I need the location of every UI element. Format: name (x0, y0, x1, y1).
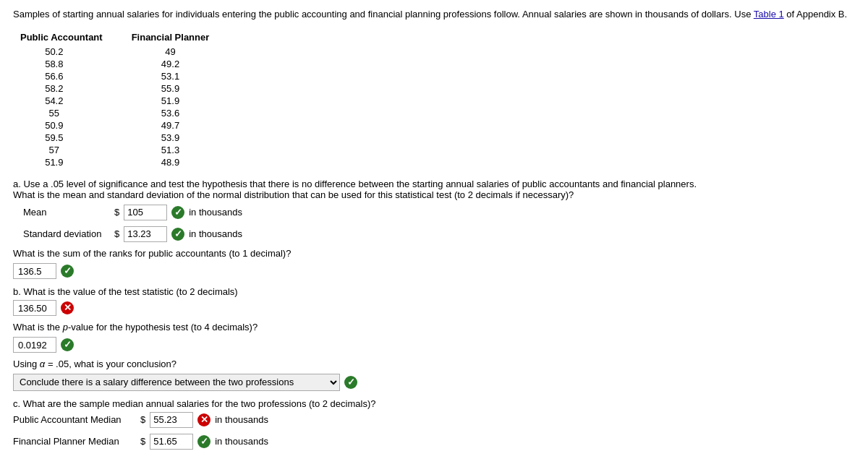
sd-dollar: $ (114, 228, 119, 239)
table-row: 51.948.9 (20, 156, 238, 168)
pa-median-suffix: in thousands (215, 414, 268, 425)
col1-cell: 54.2 (20, 95, 132, 107)
part-b-question: b. What is the value of the test statist… (13, 286, 855, 297)
col2-cell: 53.1 (132, 70, 239, 82)
pa-median-input[interactable] (150, 412, 193, 428)
intro-paragraph: Samples of starting annual salaries for … (13, 7, 855, 22)
col2-cell: 55.9 (132, 82, 239, 95)
col1-cell: 55 (20, 107, 132, 119)
col1-header: Public Accountant (20, 30, 132, 46)
table-row: 50.249 (20, 46, 238, 58)
col1-cell: 56.6 (20, 70, 132, 82)
sd-suffix: in thousands (189, 228, 242, 239)
mean-suffix: in thousands (189, 207, 242, 218)
pvalue-check-icon: ✓ (61, 338, 74, 351)
mean-check-icon: ✓ (171, 206, 184, 219)
col1-cell: 58.2 (20, 82, 132, 95)
col1-cell: 50.9 (20, 119, 132, 132)
part-c-text: What are the sample median annual salari… (23, 398, 376, 409)
test-stat-cross-icon: ✕ (61, 301, 74, 314)
fp-median-suffix: in thousands (215, 436, 268, 447)
part-b: b. What is the value of the test statist… (13, 286, 855, 391)
test-stat-input[interactable]: 136.50 (13, 300, 56, 316)
part-c-label: c. (13, 398, 23, 409)
col2-header: Financial Planner (132, 30, 239, 46)
fp-median-input[interactable] (150, 434, 193, 450)
col1-cell: 59.5 (20, 132, 132, 144)
conclusion-dropdown[interactable]: Conclude there is a salary difference be… (13, 374, 340, 391)
col2-cell: 49.7 (132, 119, 239, 132)
sd-input[interactable] (124, 226, 167, 242)
col1-cell: 57 (20, 144, 132, 156)
test-stat-row: 136.50 ✕ (13, 300, 855, 316)
col1-cell: 50.2 (20, 46, 132, 58)
part-b-text: What is the value of the test statistic … (23, 286, 237, 297)
part-a-subquestion: What is the mean and standard deviation … (13, 189, 574, 200)
sum-row: 136.5 ✓ (13, 263, 855, 279)
mean-dollar: $ (114, 207, 119, 218)
table-row: 58.849.2 (20, 58, 238, 70)
sd-label: Standard deviation (23, 228, 110, 239)
mean-label: Mean (23, 207, 110, 218)
part-a-label: a. Use a .05 level of significance and t… (13, 179, 697, 189)
sd-check-icon: ✓ (171, 228, 184, 241)
fp-median-check-icon: ✓ (197, 435, 210, 448)
col1-cell: 51.9 (20, 156, 132, 168)
pvalue-p: p (63, 322, 68, 332)
pa-median-label: Public Accountant Median (13, 414, 136, 425)
col2-cell: 53.6 (132, 107, 239, 119)
col2-cell: 48.9 (132, 156, 239, 168)
sd-row: Standard deviation $ ✓ in thousands (23, 226, 855, 242)
part-c: c. What are the sample median annual sal… (13, 398, 855, 450)
col2-cell: 53.9 (132, 132, 239, 144)
fp-median-label: Financial Planner Median (13, 436, 136, 447)
pa-dollar: $ (140, 414, 145, 425)
sum-input[interactable]: 136.5 (13, 263, 56, 279)
pvalue-text1: What is the (13, 322, 63, 332)
conclusion-question: Using α = .05, what is your conclusion? (13, 359, 855, 369)
intro-text-before-link: Samples of starting annual salaries for … (13, 9, 754, 20)
pvalue-input[interactable]: 0.0192 (13, 337, 56, 353)
fp-dollar: $ (140, 436, 145, 447)
part-b-label: b. (13, 286, 23, 297)
conclusion-text: Using α = .05, what is your conclusion? (13, 359, 176, 369)
pa-median-row: Public Accountant Median $ ✕ in thousand… (13, 412, 855, 428)
pa-median-cross-icon: ✕ (197, 413, 210, 426)
col2-cell: 51.9 (132, 95, 239, 107)
mean-row: Mean $ ✓ in thousands (23, 205, 855, 220)
conclusion-row: Conclude there is a salary difference be… (13, 374, 855, 391)
fp-median-row: Financial Planner Median $ ✓ in thousand… (13, 434, 855, 450)
mean-input[interactable] (124, 205, 167, 220)
salary-table: Public Accountant Financial Planner 50.2… (20, 30, 855, 168)
pvalue-question: What is the p-value for the hypothesis t… (13, 322, 855, 332)
table-row: 50.949.7 (20, 119, 238, 132)
pvalue-row: 0.0192 ✓ (13, 337, 855, 353)
col2-cell: 51.3 (132, 144, 239, 156)
part-a-text: a. Use a .05 level of significance and t… (13, 179, 855, 200)
conclusion-check-icon: ✓ (344, 376, 357, 389)
col2-cell: 49.2 (132, 58, 239, 70)
sum-question: What is the sum of the ranks for public … (13, 248, 855, 259)
table-row: 54.251.9 (20, 95, 238, 107)
sum-check-icon: ✓ (61, 265, 74, 278)
col1-cell: 58.8 (20, 58, 132, 70)
part-a: a. Use a .05 level of significance and t… (13, 179, 855, 279)
table1-link[interactable]: Table 1 (754, 9, 784, 20)
table-row: 59.553.9 (20, 132, 238, 144)
pvalue-text2: -value for the hypothesis test (to 4 dec… (68, 322, 258, 332)
intro-text-after-link: of Appendix B. (784, 9, 847, 20)
col2-cell: 49 (132, 46, 239, 58)
table-row: 58.255.9 (20, 82, 238, 95)
table-row: 5751.3 (20, 144, 238, 156)
table-row: 56.653.1 (20, 70, 238, 82)
part-c-question: c. What are the sample median annual sal… (13, 398, 855, 409)
table-row: 5553.6 (20, 107, 238, 119)
